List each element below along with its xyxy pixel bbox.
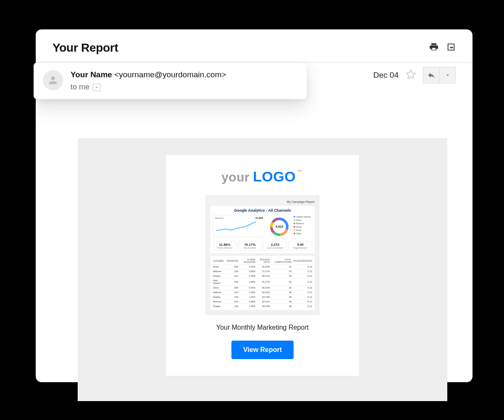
view-report-button[interactable]: View Report <box>231 341 294 359</box>
email-header: Your Report <box>36 29 472 63</box>
header-actions <box>429 42 456 54</box>
metric-value: 11.80% <box>215 243 235 247</box>
metric-label: % New Sessions <box>215 247 235 249</box>
message-meta: Dec 04 <box>373 67 456 84</box>
avatar-icon <box>43 70 63 90</box>
open-in-new-icon[interactable] <box>446 42 456 53</box>
reply-icon[interactable] <box>423 67 439 83</box>
preview-section-title: Google Analytics - All Channels <box>213 208 312 213</box>
metric-value: 2,272 <box>265 243 285 247</box>
metric-label: Goal Completions <box>265 247 285 249</box>
metric-label: Bounce Rate <box>240 247 260 249</box>
star-icon[interactable] <box>405 69 416 81</box>
recipient-label: to me <box>71 83 89 92</box>
preview-donut-chart: 4,414 <box>268 215 291 239</box>
preview-line-chart: Sessions 41,000 <box>213 215 265 237</box>
sender-card: Your Name <yourname@yourdomain.com> to m… <box>34 63 307 99</box>
metric-value: 5.45 <box>290 243 310 247</box>
email-caption: Your Monthly Marketing Report <box>216 324 309 331</box>
email-body-area: your LOGO ™ My Campaign Report Google An… <box>78 138 447 401</box>
recipient-dropdown-icon[interactable] <box>93 84 100 91</box>
logo-part2: LOGO <box>253 168 296 185</box>
sender-line: Your Name <yourname@yourdomain.com> <box>71 70 226 79</box>
message-meta-row: Your Name <yourname@yourdomain.com> to m… <box>36 63 472 92</box>
preview-small-title: My Campaign Report <box>287 200 315 203</box>
metric-value: 70.17% <box>240 243 260 247</box>
more-actions-dropdown-icon[interactable] <box>439 67 455 83</box>
donut-center: 4,414 <box>276 225 283 228</box>
recipient-line[interactable]: to me <box>71 83 226 92</box>
email-content: your LOGO ™ My Campaign Report Google An… <box>166 155 359 376</box>
preview-metrics: 11.80%% New Sessions 70.17%Bounce Rate 2… <box>213 241 312 251</box>
preview-legend: Organic Search Direct Referral Social Em… <box>294 215 312 239</box>
brand-logo: your LOGO ™ <box>221 168 304 185</box>
email-subject: Your Report <box>52 41 118 55</box>
message-date: Dec 04 <box>373 71 399 80</box>
metric-label: Pages/Session <box>290 247 310 249</box>
logo-part1: your <box>221 170 249 184</box>
email-window: Your Report Your Name <yourname@yourdoma… <box>36 29 472 382</box>
sender-name: Your Name <box>71 70 112 79</box>
preview-top-card: Google Analytics - All Channels Sessions… <box>210 206 315 253</box>
chart-value: 41,000 <box>255 217 263 219</box>
report-preview: My Campaign Report Google Analytics - Al… <box>206 196 319 315</box>
chart-label: Sessions <box>215 217 223 219</box>
sender-email: <yourname@yourdomain.com> <box>114 70 226 79</box>
print-icon[interactable] <box>429 42 439 54</box>
preview-table: CHANNELSESSIONS% NEW SESSIONSBOUNCE RATE… <box>210 256 315 310</box>
logo-tm: ™ <box>297 169 302 174</box>
reply-button-group <box>423 67 456 84</box>
